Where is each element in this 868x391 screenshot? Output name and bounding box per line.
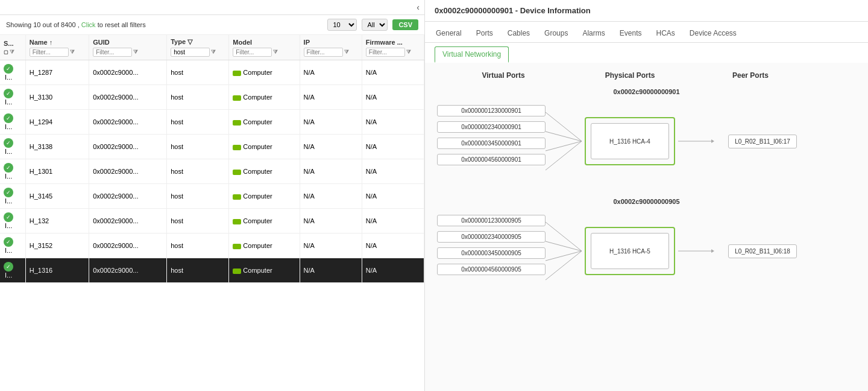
- svg-line-6: [546, 222, 582, 251]
- reset-filters-link[interactable]: Click: [81, 21, 96, 28]
- status-cell: ✓ I...: [0, 234, 25, 258]
- s-value: I...: [5, 222, 12, 229]
- tab-hcas[interactable]: HCAs: [655, 25, 676, 42]
- svg-line-9: [546, 251, 582, 280]
- tab-ports[interactable]: Ports: [475, 25, 494, 42]
- type-cell: host: [167, 85, 229, 110]
- name-filter-input[interactable]: [30, 48, 69, 57]
- model-cell: Computer: [229, 135, 300, 159]
- type-funnel-icon[interactable]: ⧩: [211, 49, 216, 56]
- peer-col: L0_R02_B11_I06:18: [714, 244, 811, 258]
- virtual-port-box: 0x0000003450000905: [437, 247, 546, 259]
- svg-line-1: [546, 132, 582, 141]
- fw-cell: N/A: [362, 110, 424, 135]
- fw-filter-input[interactable]: [366, 48, 405, 57]
- virtual-port-box: 0x0000003450000901: [437, 138, 546, 149]
- tab-general[interactable]: General: [435, 25, 463, 42]
- name-funnel-icon[interactable]: ⧩: [70, 49, 75, 56]
- ip-cell: N/A: [300, 60, 362, 85]
- guid-cell: 0x0002c9000...: [89, 159, 167, 184]
- table-row[interactable]: ✓ I... H_3152 0x0002c9000... host Comput…: [0, 234, 424, 258]
- table-row[interactable]: ✓ I... H_1287 0x0002c9000... host Comput…: [0, 60, 424, 85]
- table-row[interactable]: ✓ I... H_1294 0x0002c9000... host Comput…: [0, 110, 424, 135]
- type-cell: host: [167, 135, 229, 159]
- ip-cell: N/A: [300, 258, 362, 283]
- csv-export-button[interactable]: CSV: [392, 19, 418, 30]
- svg-line-2: [546, 141, 582, 151]
- svg-line-7: [546, 241, 582, 251]
- table-row[interactable]: ✓ I... H_3130 0x0002c9000... host Comput…: [0, 85, 424, 110]
- table-row[interactable]: ✓ I... H_1316 0x0002c9000... host Comput…: [0, 258, 424, 283]
- right-connector: [678, 242, 714, 260]
- status-cell: ✓ I...: [0, 258, 25, 283]
- s-value: I...: [5, 272, 12, 279]
- guid-filter-input[interactable]: [93, 48, 132, 57]
- model-cell: Computer: [229, 85, 300, 110]
- status-icon: ✓: [4, 163, 13, 173]
- name-cell: H_3138: [25, 135, 89, 159]
- peer-col: L0_R02_B11_I06:17: [714, 135, 811, 148]
- col-header-peer: Peer Ports: [690, 69, 811, 82]
- fw-cell: N/A: [362, 159, 424, 184]
- nvidia-logo: [233, 269, 241, 274]
- right-connector: [678, 132, 714, 150]
- nvidia-logo: [233, 170, 241, 175]
- table-row[interactable]: ✓ I... H_3145 0x0002c9000... host Comput…: [0, 184, 424, 209]
- ip-funnel-icon[interactable]: ⧩: [344, 49, 349, 56]
- physical-col: H_1316 HCA-5: [582, 227, 678, 275]
- tab-device-access[interactable]: Device Access: [688, 25, 738, 42]
- tab-alarms[interactable]: Alarms: [581, 25, 606, 42]
- table-row[interactable]: ✓ I... H_1301 0x0002c9000... host Comput…: [0, 159, 424, 184]
- page-size-select[interactable]: 102550100: [327, 19, 357, 31]
- model-cell: Computer: [229, 60, 300, 85]
- s-value: I...: [5, 148, 12, 155]
- ip-cell: N/A: [300, 85, 362, 110]
- model-cell: Computer: [229, 184, 300, 209]
- status-icon: ✓: [4, 113, 13, 123]
- fw-cell: N/A: [362, 184, 424, 209]
- physical-box-wrapper: H_1316 HCA-5: [585, 227, 675, 275]
- status-icon: ✓: [4, 138, 13, 148]
- status-cell: ✓ I...: [0, 60, 25, 85]
- status-icon: ✓: [4, 188, 13, 197]
- ip-cell: N/A: [300, 135, 362, 159]
- name-cell: H_3130: [25, 85, 89, 110]
- name-cell: H_3152: [25, 234, 89, 258]
- guid-funnel-icon[interactable]: ⧩: [133, 49, 138, 56]
- fw-funnel-icon[interactable]: ⧩: [406, 49, 411, 56]
- fw-cell: N/A: [362, 209, 424, 234]
- tab-cables[interactable]: Cables: [506, 25, 531, 42]
- physical-col: H_1316 HCA-4: [582, 117, 678, 165]
- status-cell: ✓ I...: [0, 110, 25, 135]
- tab-events[interactable]: Events: [618, 25, 643, 42]
- virtual-port-box: 0x0000001230000905: [437, 215, 546, 226]
- col-status: S... ▢ ⧩: [0, 35, 25, 60]
- physical-box-wrapper: H_1316 HCA-4: [585, 117, 675, 165]
- name-cell: H_1287: [25, 60, 89, 85]
- table-row[interactable]: ✓ I... H_3138 0x0002c9000... host Comput…: [0, 135, 424, 159]
- col-header-virtual: Virtual Ports: [437, 69, 570, 82]
- nvidia-logo: [233, 120, 241, 126]
- model-cell: Computer: [229, 258, 300, 283]
- filter-icon: ▢: [4, 49, 8, 55]
- all-filter-select[interactable]: All: [362, 19, 388, 31]
- collapse-icon[interactable]: ‹: [417, 2, 420, 12]
- ip-filter-input[interactable]: [304, 48, 343, 57]
- type-cell: host: [167, 209, 229, 234]
- type-cell: host: [167, 60, 229, 85]
- type-filter-input[interactable]: [171, 48, 210, 57]
- virtual-ports-col: 0x00000012300009050x00000023400009050x00…: [437, 209, 546, 275]
- type-cell: host: [167, 234, 229, 258]
- physical-port-box: H_1316 HCA-4: [591, 123, 669, 159]
- type-cell: host: [167, 110, 229, 135]
- type-cell: host: [167, 258, 229, 283]
- tab-groups[interactable]: Groups: [543, 25, 569, 42]
- tabs-row: GeneralPortsCablesGroupsAlarmsEventsHCAs…: [425, 22, 868, 43]
- model-filter-input[interactable]: [233, 48, 272, 57]
- funnel-icon[interactable]: ⧩: [10, 49, 14, 56]
- connector-lines: [546, 209, 582, 293]
- table-row[interactable]: ✓ I... H_132 0x0002c9000... host Compute…: [0, 209, 424, 234]
- model-funnel-icon[interactable]: ⧩: [273, 49, 278, 56]
- name-cell: H_132: [25, 209, 89, 234]
- sub-tab-virtual-networking[interactable]: Virtual Networking: [435, 46, 509, 63]
